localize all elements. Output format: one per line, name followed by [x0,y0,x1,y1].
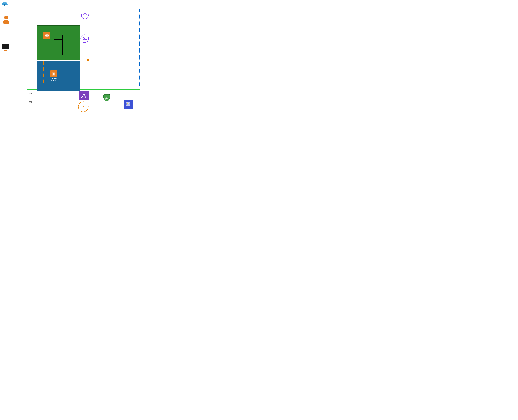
svg-point-59 [105,99,106,100]
amplify-icon-wrap [79,91,89,100]
svg-rect-46 [85,39,87,40]
lambda-icon-wrap: λ [78,101,89,112]
cloud-upload-icon [1,1,8,7]
svg-rect-44 [82,39,84,40]
target-group-indicator [87,59,89,61]
public-subnet-1a: Connect privateinstances [37,25,80,60]
load-balancer-wrap [81,34,89,43]
private-route-tables-box [29,101,32,103]
svg-rect-8 [2,44,9,49]
private-route-table-label [29,101,32,103]
svg-rect-42 [82,37,84,38]
s3-icon-wrap [101,92,112,103]
svg-point-5 [4,16,8,19]
vpc-box: Connect privateinstances [28,9,140,88]
svg-rect-10 [3,51,8,51]
aws-cloud-container: Connect privateinstances [27,6,141,90]
svg-rect-45 [85,38,87,38]
target-group-dashed-box [43,60,125,83]
svg-point-1 [2,3,4,5]
svg-point-2 [5,3,8,5]
connection-lines-svg [51,34,79,60]
dynamodb-icon-wrap [124,100,133,109]
user-icon [2,15,10,24]
public-route-table-label [29,93,32,94]
svg-point-6 [3,20,9,24]
computer-icon [1,43,10,52]
dynamodb-icon [124,100,133,109]
internet-gateway-wrap [81,12,89,20]
svg-text:λ: λ [82,104,85,109]
svg-rect-58 [106,98,108,99]
svg-point-64 [126,105,130,106]
svg-rect-13 [46,35,47,36]
bastion-host-ec2-icon [43,32,50,39]
bastion-host-icon-wrap [43,32,51,39]
amplify-icon [79,91,89,100]
public-route-tables-box [29,93,32,94]
svg-rect-9 [4,50,7,51]
